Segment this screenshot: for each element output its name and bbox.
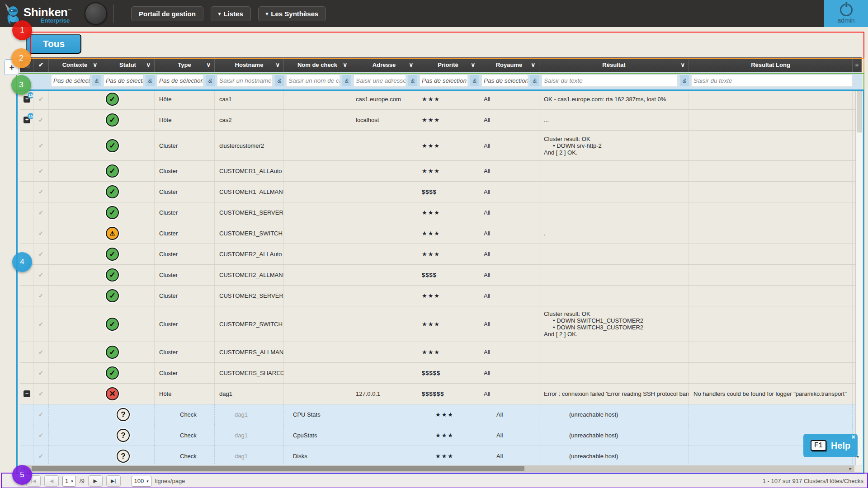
and-operator-chip[interactable]: & bbox=[470, 75, 479, 86]
tous-button[interactable]: Tous bbox=[26, 34, 81, 54]
filter-input-adresse[interactable]: Saisir une adresse bbox=[354, 75, 406, 87]
table-row[interactable]: ✓?Checkdag1CpuStats★★★All(unreachable ho… bbox=[20, 425, 862, 446]
row-checkbox[interactable]: ✓ bbox=[38, 142, 43, 149]
filter-select-royaume[interactable]: Pas de sélection▾ bbox=[481, 75, 528, 87]
expand-row-icon[interactable]: +15 bbox=[24, 117, 30, 123]
row-checkbox[interactable]: ✓ bbox=[38, 370, 43, 376]
table-row[interactable]: ✓✓ClusterCUSTOMERS_SHARED$$$$$All bbox=[20, 363, 862, 384]
filter-select-type[interactable]: Pas de sélection▾ bbox=[157, 75, 203, 87]
table-row[interactable]: +15✓✓Hôtecas2localhost★★★All... bbox=[20, 110, 862, 131]
column-header-royaume[interactable]: Royaume∨ bbox=[479, 57, 539, 72]
filter-select-statut[interactable]: Pas de sélection▾ bbox=[104, 75, 143, 87]
row-checkbox[interactable]: ✓ bbox=[38, 292, 43, 299]
table-row[interactable]: ✓✓ClusterCUSTOMER1_SERVERS★★★All bbox=[20, 202, 862, 223]
table-row[interactable]: ✓✓ClusterCUSTOMER2_ALLAuto★★★All bbox=[20, 244, 862, 265]
table-row[interactable]: ✓✓ClusterCUSTOMER2_SERVERS★★★All bbox=[20, 286, 862, 306]
previous-page-button[interactable]: ◀ bbox=[44, 475, 59, 487]
cell-type: Cluster bbox=[155, 131, 215, 160]
table-row[interactable]: ✓✓ClusterCUSTOMER2_ALLMANU$$$$All bbox=[20, 265, 862, 286]
help-widget[interactable]: × F1 Help bbox=[803, 434, 858, 457]
next-page-button[interactable]: ▶ bbox=[88, 475, 103, 487]
filter-input-resultat[interactable]: Saisir du texte bbox=[542, 75, 678, 87]
row-checkbox[interactable]: ✓ bbox=[38, 411, 43, 418]
cell-statut: ✓ bbox=[101, 131, 155, 160]
column-header-colmenu[interactable]: ≡ bbox=[853, 57, 862, 72]
collapse-row-icon[interactable]: − bbox=[24, 390, 30, 397]
filter-input-hostname[interactable]: Saisir un hostname bbox=[217, 75, 273, 87]
column-header-contexte[interactable]: Contexte∨ bbox=[49, 57, 101, 72]
cell-hostname: CUSTOMERS_SHARED bbox=[215, 363, 284, 383]
row-checkbox[interactable]: ✓ bbox=[38, 188, 43, 195]
scroll-right-icon[interactable]: ▸ bbox=[849, 465, 852, 472]
and-operator-chip[interactable]: & bbox=[530, 75, 539, 86]
shinken-logo[interactable]: Shinken™ Enterprise bbox=[4, 1, 71, 26]
and-operator-chip[interactable]: & bbox=[206, 75, 215, 86]
vertical-scrollbar-thumb[interactable] bbox=[857, 91, 862, 132]
column-header-select[interactable]: ✔ bbox=[33, 57, 49, 72]
table-row[interactable]: ✓✓Clusterclustercustomer2★★★AllCluster r… bbox=[20, 131, 862, 161]
page-select[interactable]: 1▾ bbox=[62, 476, 76, 487]
rows-per-page-select[interactable]: 100▾ bbox=[132, 476, 151, 487]
and-operator-chip[interactable]: & bbox=[342, 75, 351, 86]
and-operator-chip[interactable]: & bbox=[92, 75, 101, 86]
column-header-adresse[interactable]: Adresse∨ bbox=[351, 57, 417, 72]
cell-type: Cluster bbox=[155, 161, 215, 181]
cell-select: ✓ bbox=[33, 110, 49, 130]
column-header-check[interactable]: Nom de check∨ bbox=[284, 57, 351, 72]
table-row[interactable]: ✓✓ClusterCUSTOMER1_ALLMANU$$$$All bbox=[20, 182, 862, 202]
cell-select: ✓ bbox=[33, 244, 49, 264]
and-operator-chip[interactable]: & bbox=[680, 75, 689, 86]
and-operator-chip[interactable]: & bbox=[275, 75, 284, 86]
row-checkbox[interactable]: ✓ bbox=[38, 390, 43, 397]
vertical-scrollbar[interactable]: ▾ bbox=[855, 90, 862, 465]
table-row[interactable]: ✓⚠ClusterCUSTOMER1_SWITCH★★★All. bbox=[20, 223, 862, 244]
row-checkbox[interactable]: ✓ bbox=[38, 453, 43, 460]
column-header-resultat[interactable]: Résultat∨ bbox=[539, 57, 689, 72]
row-checkbox[interactable]: ✓ bbox=[38, 349, 43, 356]
row-checkbox[interactable]: ✓ bbox=[38, 321, 43, 328]
table-row[interactable]: ✓✓ClusterCUSTOMERS_ALLMANU★★★All bbox=[20, 342, 862, 363]
table-row[interactable]: ✓?Checkdag1Disks★★★All(unreachable host) bbox=[20, 446, 862, 466]
column-header-hostname[interactable]: Hostname∨ bbox=[215, 57, 284, 72]
table-row[interactable]: ✓✓ClusterCUSTOMER1_ALLAuto★★★All bbox=[20, 161, 862, 182]
filter-select-priorite[interactable]: Pas de sélection▾ bbox=[420, 75, 468, 87]
cell-type: Cluster bbox=[155, 244, 215, 264]
filter-select-contexte[interactable]: Pas de sélection▾ bbox=[51, 75, 90, 87]
column-header-priorite[interactable]: Priorité∨ bbox=[417, 57, 479, 72]
horizontal-scrollbar-thumb[interactable] bbox=[32, 466, 524, 471]
cell-adresse bbox=[351, 202, 417, 223]
column-header-statut[interactable]: Statut∨ bbox=[101, 57, 155, 72]
table-row[interactable]: ✓✓ClusterCUSTOMER2_SWITCH★★★AllCluster r… bbox=[20, 306, 862, 342]
row-checkbox[interactable]: ✓ bbox=[38, 209, 43, 216]
close-icon[interactable]: × bbox=[851, 433, 855, 441]
row-checkbox[interactable]: ✓ bbox=[38, 168, 43, 174]
nav-button-les-syntheses[interactable]: ▾Les Synthèses bbox=[258, 6, 326, 21]
and-operator-chip[interactable]: & bbox=[408, 75, 417, 86]
column-header-type[interactable]: Type∨ bbox=[155, 57, 215, 72]
cell-select: ✓ bbox=[33, 286, 49, 306]
filter-input-check[interactable]: Saisir un nom de check bbox=[286, 75, 340, 87]
row-checkbox[interactable]: ✓ bbox=[38, 251, 43, 258]
cell-contexte bbox=[49, 202, 101, 223]
expand-row-icon[interactable]: +15 bbox=[24, 96, 30, 103]
row-checkbox[interactable]: ✓ bbox=[38, 96, 43, 103]
row-checkbox[interactable]: ✓ bbox=[38, 272, 43, 278]
cell-royaume: All bbox=[479, 110, 539, 130]
nav-button-listes[interactable]: ▾Listes bbox=[211, 6, 251, 21]
row-checkbox[interactable]: ✓ bbox=[38, 230, 43, 237]
table-row[interactable]: ✓?Checkdag1CPU Stats★★★All(unreachable h… bbox=[20, 404, 862, 425]
sort-chevron-icon: ∨ bbox=[531, 61, 535, 68]
table-row[interactable]: −✓✕Hôtedag1127.0.0.1$$$$$$AllError : con… bbox=[20, 384, 862, 404]
table-row[interactable]: +15✓✓Hôtecas1cas1.europe.com★★★AllOK - c… bbox=[20, 89, 862, 110]
row-checkbox[interactable]: ✓ bbox=[38, 117, 43, 123]
horizontal-scrollbar[interactable]: ◂ ▸ bbox=[20, 465, 854, 472]
last-page-button[interactable]: ▶| bbox=[106, 475, 121, 487]
admin-user-button[interactable]: admin bbox=[824, 0, 868, 27]
and-operator-chip[interactable]: & bbox=[146, 75, 155, 86]
nav-button-portail-de-gestion[interactable]: Portail de gestion bbox=[131, 6, 203, 21]
cell-statut: ✓ bbox=[101, 244, 155, 264]
filter-input-resultlong[interactable]: Saisir du texte bbox=[691, 75, 853, 87]
row-checkbox[interactable]: ✓ bbox=[38, 432, 43, 439]
cell-priorite: ★★★ bbox=[417, 306, 479, 342]
scroll-top-button[interactable] bbox=[85, 2, 107, 25]
